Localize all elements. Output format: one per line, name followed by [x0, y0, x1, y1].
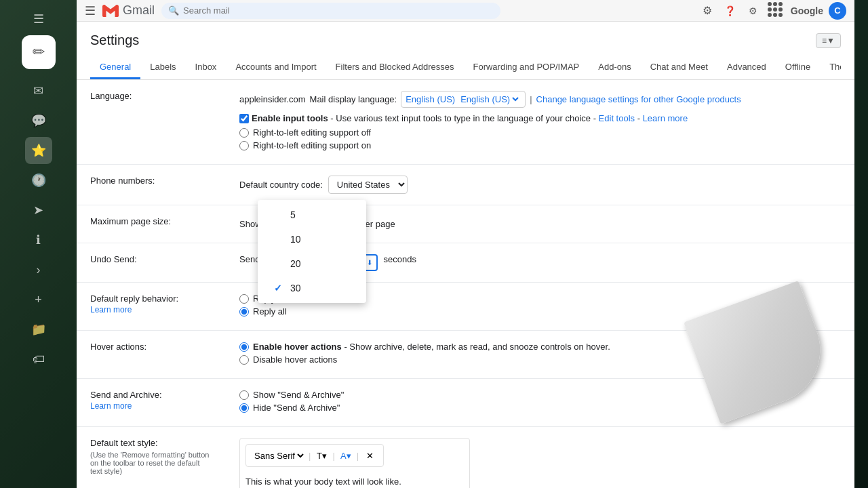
- font-select[interactable]: Sans Serif: [252, 450, 306, 462]
- filter-icon[interactable]: ⚙: [698, 2, 716, 20]
- settings-view-toggle[interactable]: ≡▼: [816, 33, 841, 48]
- sidebar-send-icon[interactable]: ➤: [25, 197, 52, 224]
- enable-input-tools-checkbox[interactable]: [239, 114, 249, 123]
- google-apps-icon[interactable]: [768, 2, 785, 20]
- settings-body: Language: appleinsider.com Mail display …: [77, 80, 854, 488]
- dropdown-item-20[interactable]: 20: [258, 251, 366, 276]
- phone-label: Phone numbers:: [77, 165, 226, 205]
- hover-label: Hover actions:: [77, 331, 226, 379]
- search-bar[interactable]: 🔍: [161, 3, 500, 19]
- settings-actions: ≡▼: [816, 35, 841, 45]
- left-sidebar: ☰ ✏ ✉ 💬 ⭐ 🕐 ➤ ℹ › + 📁 🏷: [0, 0, 77, 488]
- send-archive-learn-more[interactable]: Learn more: [90, 401, 212, 411]
- show-send-archive-radio[interactable]: [239, 390, 249, 400]
- rtl-on-radio[interactable]: [239, 141, 249, 150]
- mail-display-text: Mail display language:: [310, 94, 397, 104]
- avatar[interactable]: C: [829, 2, 846, 20]
- tab-filters[interactable]: Filters and Blocked Addresses: [326, 56, 464, 79]
- sidebar-add-icon[interactable]: +: [25, 286, 52, 313]
- disable-hover-label: Disable hover actions: [253, 354, 337, 365]
- dropdown-item-30[interactable]: ✓ 30: [258, 276, 366, 300]
- top-bar: ☰ Gmail 🔍 ⚙ ❓ ⚙ Google C: [77, 0, 854, 22]
- language-row: Language: appleinsider.com Mail display …: [77, 80, 854, 165]
- sidebar-star-icon[interactable]: ⭐: [25, 137, 52, 164]
- reply-radio[interactable]: [239, 294, 249, 304]
- language-select[interactable]: English (US) English (US): [401, 91, 526, 108]
- send-archive-label: Send and Archive: Learn more: [77, 379, 226, 427]
- reply-all-label-text: Reply all: [253, 306, 287, 317]
- rtl-on-label: Right-to-left editing support on: [253, 140, 371, 150]
- input-tools-bold: Enable input tools: [252, 113, 328, 123]
- font-color-btn[interactable]: A▾: [338, 447, 354, 464]
- sidebar-mail-icon[interactable]: ✉: [25, 77, 52, 104]
- format-wrapper: Sans Serif | T▾ | A▾ | ✕ This is what yo…: [239, 438, 470, 488]
- text-style-sublabel: (Use the 'Remove formatting' button on t…: [90, 451, 212, 475]
- phone-content: Default country code: United States: [226, 165, 854, 205]
- send-period-dropdown: 5 10 20 ✓ 30: [258, 200, 366, 303]
- sidebar-label-icon[interactable]: 🏷: [25, 346, 52, 373]
- google-logo-text: Google: [791, 5, 823, 16]
- font-size-btn[interactable]: T▾: [313, 447, 330, 464]
- enable-hover-radio[interactable]: [239, 342, 249, 352]
- top-bar-actions: ⚙ ❓ ⚙ Google C: [698, 2, 846, 20]
- gmail-text: Gmail: [123, 3, 155, 18]
- enable-hover-desc: - Show archive, delete, mark as read, an…: [344, 342, 610, 352]
- tab-accounts[interactable]: Accounts and Import: [226, 56, 326, 79]
- sidebar-folder-icon[interactable]: 📁: [25, 316, 52, 343]
- tab-chat[interactable]: Chat and Meet: [641, 56, 717, 79]
- seconds-label: seconds: [383, 254, 416, 264]
- dropdown-item-10[interactable]: 10: [258, 227, 366, 251]
- edit-tools-link[interactable]: Edit tools: [599, 113, 635, 123]
- change-language-link[interactable]: Change language settings for other Googl…: [536, 94, 741, 104]
- check-30: ✓: [274, 283, 285, 293]
- compose-button[interactable]: ✏: [22, 35, 56, 69]
- settings-table: Language: appleinsider.com Mail display …: [77, 80, 854, 488]
- sidebar-chevron-icon[interactable]: ›: [25, 256, 52, 283]
- tab-addons[interactable]: Add-ons: [589, 56, 640, 79]
- reply-row: Default reply behavior: Learn more Reply…: [77, 283, 854, 331]
- gmail-window: ☰ Gmail 🔍 ⚙ ❓ ⚙ Google C Settings: [77, 0, 854, 488]
- sidebar-menu-icon[interactable]: ☰: [25, 5, 52, 33]
- language-label: Language:: [77, 80, 226, 165]
- text-preview: This is what your body text will look li…: [245, 472, 464, 488]
- remove-format-btn[interactable]: ✕: [361, 447, 378, 464]
- gmail-logo-icon: [102, 3, 119, 19]
- tab-themes[interactable]: Themes: [820, 56, 841, 79]
- reply-learn-more[interactable]: Learn more: [90, 305, 212, 314]
- hover-row: Hover actions: Enable hover actions - Sh…: [77, 331, 854, 379]
- tab-advanced[interactable]: Advanced: [717, 56, 776, 79]
- text-style-content: Sans Serif | T▾ | A▾ | ✕ This is what yo…: [226, 427, 854, 489]
- rtl-off-radio[interactable]: [239, 128, 249, 138]
- tab-offline[interactable]: Offline: [776, 56, 820, 79]
- option-10-label: 10: [290, 234, 301, 245]
- sidebar-info-icon[interactable]: ℹ: [25, 226, 52, 253]
- disable-hover-radio[interactable]: [239, 355, 249, 365]
- dropdown-item-5[interactable]: 5: [258, 203, 366, 227]
- default-country-label: Default country code:: [239, 180, 323, 190]
- reply-all-radio[interactable]: [239, 307, 249, 317]
- hover-content: Enable hover actions - Show archive, del…: [226, 331, 854, 379]
- country-select[interactable]: United States: [328, 176, 408, 194]
- option-5-label: 5: [290, 209, 296, 220]
- undo-send-label: Undo Send:: [77, 243, 226, 283]
- hide-send-archive-label: Hide "Send & Archive": [253, 403, 340, 413]
- text-style-row: Default text style: (Use the 'Remove for…: [77, 427, 854, 489]
- settings-icon[interactable]: ⚙: [745, 2, 762, 20]
- search-icon: 🔍: [168, 5, 179, 16]
- language-value: English (US): [406, 94, 455, 104]
- sidebar-chat-icon[interactable]: 💬: [25, 107, 52, 134]
- learn-more-link1[interactable]: Learn more: [643, 113, 688, 123]
- tab-general[interactable]: General: [90, 56, 140, 79]
- option-30-label: 30: [290, 283, 301, 293]
- tab-forwarding[interactable]: Forwarding and POP/IMAP: [463, 56, 589, 79]
- hamburger-icon[interactable]: ☰: [85, 3, 96, 18]
- show-send-archive-label: Show "Send & Archive": [253, 390, 344, 400]
- language-dropdown[interactable]: English (US): [458, 94, 521, 105]
- search-input[interactable]: [183, 5, 494, 16]
- hide-send-archive-radio[interactable]: [239, 403, 249, 413]
- sidebar-clock-icon[interactable]: 🕐: [25, 167, 52, 194]
- tab-labels[interactable]: Labels: [140, 56, 185, 79]
- help-icon[interactable]: ❓: [722, 2, 739, 20]
- tab-inbox[interactable]: Inbox: [186, 56, 226, 79]
- settings-nav: General Labels Inbox Accounts and Import…: [90, 56, 841, 79]
